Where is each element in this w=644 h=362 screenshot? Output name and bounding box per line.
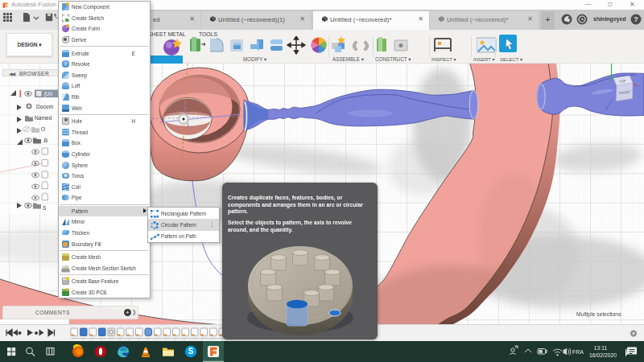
svg-text:16/02/2020: 16/02/2020 bbox=[589, 352, 617, 358]
svg-text:.B: .B bbox=[43, 138, 48, 143]
svg-text:?: ? bbox=[634, 15, 638, 23]
svg-text:13:11: 13:11 bbox=[594, 345, 608, 351]
svg-text:S: S bbox=[188, 347, 194, 356]
svg-text:S: S bbox=[43, 205, 47, 211]
svg-text:(Un: (Un bbox=[44, 91, 53, 97]
svg-text:Multiple selections: Multiple selections bbox=[576, 311, 621, 318]
svg-text:Named: Named bbox=[35, 115, 52, 121]
svg-text:FRA: FRA bbox=[572, 349, 584, 355]
svg-text:Docum: Docum bbox=[36, 104, 53, 109]
svg-text:O: O bbox=[41, 126, 45, 132]
